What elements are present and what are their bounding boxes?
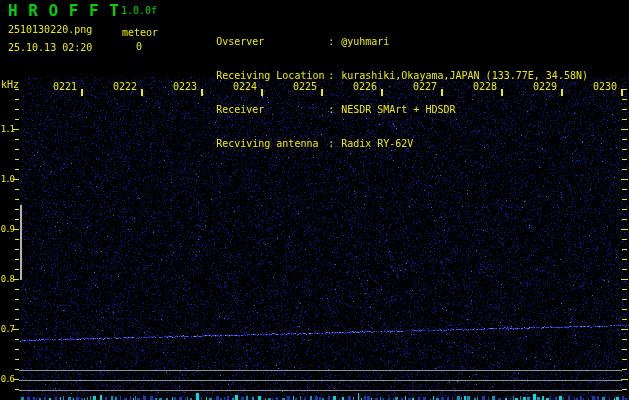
app-title: H R O F F T bbox=[8, 3, 119, 19]
axis-tick bbox=[622, 359, 627, 360]
info-label: Recviving antenna bbox=[216, 138, 328, 150]
axis-tick bbox=[622, 159, 627, 160]
axis-tick bbox=[622, 299, 627, 300]
count-band-marker bbox=[20, 205, 22, 280]
reference-line bbox=[19, 370, 622, 371]
axis-tick bbox=[622, 339, 627, 340]
axis-tick bbox=[622, 249, 627, 250]
axis-tick bbox=[141, 89, 143, 96]
axis-tick bbox=[622, 319, 627, 320]
reference-line bbox=[19, 390, 622, 391]
app-version: 1.0.0f bbox=[121, 6, 157, 16]
axis-tick bbox=[622, 289, 627, 290]
axis-tick bbox=[621, 89, 623, 96]
output-filename: 2510130220.png bbox=[8, 25, 92, 35]
axis-tick bbox=[561, 89, 563, 96]
axis-tick bbox=[621, 179, 628, 180]
axis-tick bbox=[15, 309, 19, 310]
axis-tick bbox=[622, 199, 627, 200]
axis-tick bbox=[15, 259, 19, 260]
reference-line bbox=[19, 380, 622, 381]
x-tick-label: 0222 bbox=[113, 81, 137, 92]
axis-tick bbox=[15, 249, 19, 250]
info-separator: : bbox=[328, 70, 341, 82]
meteor-counter-value: 0 bbox=[136, 42, 142, 52]
axis-tick bbox=[15, 109, 19, 110]
axis-tick bbox=[15, 389, 19, 390]
axis-tick bbox=[15, 269, 19, 270]
y-tick-label: 1.0 bbox=[0, 174, 14, 184]
axis-tick bbox=[15, 339, 19, 340]
axis-tick bbox=[622, 139, 627, 140]
axis-tick bbox=[13, 179, 19, 180]
info-row-antenna: Recviving antenna:Radix RY-62V bbox=[180, 126, 588, 138]
axis-tick bbox=[13, 279, 19, 280]
axis-tick bbox=[621, 129, 628, 130]
axis-tick bbox=[13, 379, 19, 380]
y-tick-label: 1.1 bbox=[0, 124, 14, 134]
x-tick-label: 0229 bbox=[533, 81, 557, 92]
axis-tick bbox=[622, 169, 627, 170]
axis-tick bbox=[622, 369, 627, 370]
info-value: NESDR SMArt + HDSDR bbox=[341, 104, 455, 115]
axis-tick bbox=[622, 209, 627, 210]
axis-tick bbox=[13, 329, 19, 330]
hrofft-window: H R O F F T 1.0.0f 2510130220.png meteor… bbox=[0, 0, 629, 400]
axis-tick bbox=[622, 149, 627, 150]
axis-tick bbox=[622, 269, 627, 270]
axis-tick bbox=[381, 89, 383, 96]
axis-tick bbox=[501, 89, 503, 96]
meteor-counter-label: meteor bbox=[122, 28, 158, 38]
axis-tick bbox=[15, 159, 19, 160]
axis-tick bbox=[622, 259, 627, 260]
info-separator: : bbox=[328, 36, 341, 48]
axis-tick bbox=[622, 219, 627, 220]
axis-tick bbox=[15, 209, 19, 210]
x-tick-label: 0230 bbox=[593, 81, 617, 92]
axis-tick bbox=[621, 379, 628, 380]
axis-tick bbox=[15, 349, 19, 350]
axis-tick bbox=[15, 319, 19, 320]
x-tick-label: 0225 bbox=[293, 81, 317, 92]
y-tick-label: 0.6 bbox=[0, 374, 14, 384]
y-tick-label: 0.9 bbox=[0, 224, 14, 234]
axis-tick bbox=[15, 219, 19, 220]
axis-tick bbox=[622, 309, 627, 310]
axis-tick bbox=[13, 229, 19, 230]
axis-tick bbox=[621, 279, 628, 280]
info-row-receiver: Receiver:NESDR SMArt + HDSDR bbox=[180, 92, 588, 104]
info-row-location: Receiving Location:kurashiki,Okayama,JAP… bbox=[180, 58, 588, 70]
axis-tick bbox=[621, 229, 628, 230]
observation-timestamp: 25.10.13 02:20 bbox=[8, 43, 92, 53]
axis-tick bbox=[261, 89, 263, 96]
axis-tick bbox=[621, 329, 628, 330]
x-tick-label: 0224 bbox=[233, 81, 257, 92]
info-separator: : bbox=[328, 104, 341, 116]
axis-tick bbox=[15, 169, 19, 170]
info-value: kurashiki,Okayama,JAPAN (133.77E, 34.58N… bbox=[341, 70, 588, 81]
y-tick-label: 0.7 bbox=[0, 324, 14, 334]
axis-tick bbox=[15, 99, 19, 100]
info-label: Ovserver bbox=[216, 36, 328, 48]
info-row-observer: Ovserver:@yuhmari bbox=[180, 24, 588, 36]
axis-tick bbox=[15, 139, 19, 140]
axis-tick bbox=[321, 89, 323, 96]
axis-tick bbox=[15, 149, 19, 150]
info-separator: : bbox=[328, 138, 341, 150]
axis-tick bbox=[15, 189, 19, 190]
axis-tick bbox=[15, 369, 19, 370]
x-tick-label: 0226 bbox=[353, 81, 377, 92]
axis-tick bbox=[15, 119, 19, 120]
axis-tick bbox=[622, 99, 627, 100]
axis-tick bbox=[201, 89, 203, 96]
y-tick-label: 0.8 bbox=[0, 274, 14, 284]
info-value: @yuhmari bbox=[341, 36, 389, 47]
axis-tick bbox=[15, 239, 19, 240]
axis-tick bbox=[622, 119, 627, 120]
x-tick-label: 0223 bbox=[173, 81, 197, 92]
x-tick-label: 0228 bbox=[473, 81, 497, 92]
info-label: Receiver bbox=[216, 104, 328, 116]
axis-tick bbox=[81, 89, 83, 96]
axis-tick bbox=[622, 109, 627, 110]
axis-tick bbox=[15, 359, 19, 360]
